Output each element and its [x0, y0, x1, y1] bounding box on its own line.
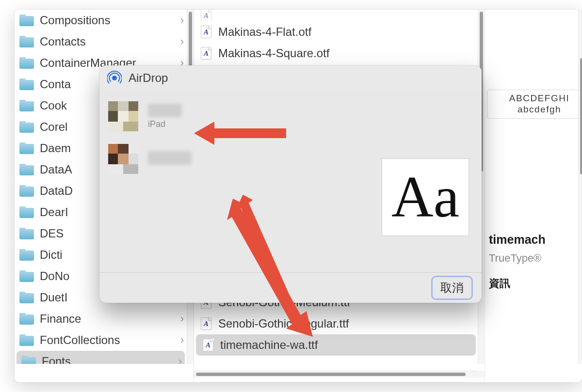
font-file-icon: [201, 10, 211, 21]
airdrop-title: AirDrop: [129, 71, 168, 85]
font-file-icon: [201, 47, 211, 60]
cancel-button[interactable]: 取消: [431, 276, 473, 300]
finder-window: Compositions›Contacts›ContainerManager›C…: [15, 10, 582, 382]
sidebar-item-label: Fonts: [42, 355, 71, 364]
file-name-label: Makinas-4-Flat.otf: [218, 25, 311, 39]
folder-icon: [19, 334, 34, 346]
sidebar-item[interactable]: Finance›: [15, 308, 187, 329]
annotation-arrow: [194, 119, 291, 155]
info-scrollbar[interactable]: [578, 10, 582, 364]
chevron-right-icon: ›: [180, 334, 184, 346]
folder-icon: [19, 142, 34, 154]
airdrop-header: AirDrop: [99, 65, 482, 91]
folder-icon: [19, 249, 34, 261]
sidebar-item[interactable]: FontCollections›: [15, 329, 187, 351]
avatar: [108, 144, 138, 174]
font-file-icon: [201, 26, 211, 38]
folder-icon: [19, 78, 34, 90]
sidebar-item-label: Finance: [40, 312, 81, 326]
chevron-right-icon: ›: [180, 35, 184, 48]
sample-lower: abcdefgh: [491, 104, 582, 115]
folder-icon: [19, 313, 34, 325]
sidebar-item-label: DoNo: [40, 269, 69, 283]
sidebar-item[interactable]: Contacts›: [15, 31, 187, 52]
sidebar-item-label: Dicti: [40, 248, 63, 262]
font-file-icon: [203, 339, 213, 351]
preview-glyphs: Aa: [391, 164, 459, 231]
airdrop-icon: [107, 71, 122, 85]
font-file-icon: [201, 317, 211, 330]
device-name-group: iPad: [148, 104, 182, 129]
folder-icon: [19, 185, 34, 197]
font-preview: Aa: [382, 158, 469, 236]
file-row[interactable]: Makinas-4-Square.otf: [194, 43, 478, 64]
avatar: [108, 101, 138, 131]
folder-icon: [19, 36, 34, 47]
folder-icon: [19, 206, 34, 218]
file-row[interactable]: Makinas-4-Flat.otf: [194, 21, 478, 43]
device-kind-label: iPad: [148, 119, 182, 129]
folder-icon: [19, 270, 34, 282]
sidebar-item-label: Compositions: [40, 14, 110, 27]
blurred-name: [148, 151, 192, 165]
folder-icon: [19, 57, 34, 69]
sidebar-item-label: DES: [40, 227, 64, 240]
sample-upper: ABCDEFGHI: [491, 93, 582, 104]
sidebar-item-label: DearI: [40, 205, 68, 219]
folder-icon: [19, 15, 34, 26]
file-name-label: Makinas-4-Square.otf: [218, 47, 329, 60]
folder-icon: [19, 164, 34, 175]
svg-marker-1: [194, 122, 286, 145]
folder-icon: [21, 356, 36, 364]
info-subtitle: TrueType®: [489, 252, 541, 265]
sidebar-item[interactable]: Compositions›: [15, 10, 187, 31]
sidebar-item-label: Corel: [40, 120, 67, 134]
svg-point-0: [113, 76, 116, 80]
folder-icon: [19, 100, 34, 111]
chevron-right-icon: ›: [180, 313, 184, 325]
sidebar-item-label: Cook: [40, 99, 67, 112]
info-column: ABCDEFGHI abcdefgh timemach TrueType® 資訊: [485, 10, 582, 382]
files-hscrollbar[interactable]: [194, 371, 478, 377]
chevron-right-icon: ›: [178, 355, 182, 364]
folder-icon: [19, 121, 34, 133]
sidebar-item[interactable]: Fonts›: [16, 351, 185, 364]
device-name-group: [148, 151, 192, 167]
folder-icon: [19, 292, 34, 303]
font-sample-box: ABCDEFGHI abcdefgh: [487, 90, 582, 119]
sidebar-item-label: DataD: [40, 184, 73, 198]
sidebar-item-label: Conta: [40, 78, 71, 91]
info-section-heading: 資訊: [489, 276, 510, 291]
file-row[interactable]: [194, 10, 478, 21]
sidebar-item-label: Contacts: [40, 35, 86, 48]
sidebar-item-label: DuetI: [40, 291, 67, 304]
chevron-right-icon: ›: [180, 14, 184, 27]
sidebar-item-label: FontCollections: [40, 333, 120, 347]
annotation-arrow: [218, 199, 315, 341]
info-title: timemach: [489, 233, 546, 247]
blurred-name: [148, 104, 182, 117]
folder-icon: [19, 228, 34, 239]
svg-marker-3: [227, 199, 313, 337]
sidebar-item-label: DataA: [40, 163, 72, 176]
sidebar-item-label: Daem: [40, 141, 71, 155]
